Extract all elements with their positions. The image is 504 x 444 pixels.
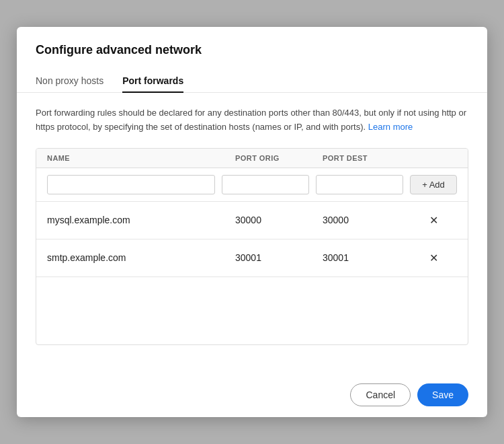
col-header-name: NAME bbox=[47, 154, 235, 162]
port-orig-input[interactable] bbox=[222, 175, 309, 194]
modal-body: Port forwarding rules should be declared… bbox=[17, 93, 487, 373]
row-1-name: mysql.example.com bbox=[47, 215, 235, 225]
modal-title: Configure advanced network bbox=[36, 43, 468, 57]
modal-dialog: Configure advanced network Non proxy hos… bbox=[17, 27, 487, 417]
add-button[interactable]: + Add bbox=[410, 175, 457, 194]
cancel-button[interactable]: Cancel bbox=[350, 383, 411, 406]
modal-header: Configure advanced network Non proxy hos… bbox=[17, 27, 487, 93]
table-row: mysql.example.com 30000 30000 ✕ bbox=[36, 202, 468, 239]
table-header: NAME PORT ORIG PORT DEST bbox=[36, 149, 468, 168]
tab-non-proxy-hosts[interactable]: Non proxy hosts bbox=[36, 70, 103, 93]
name-input[interactable] bbox=[47, 175, 215, 194]
port-dest-input[interactable] bbox=[316, 175, 403, 194]
modal-overlay: Configure advanced network Non proxy hos… bbox=[0, 0, 504, 444]
port-forwards-table: NAME PORT ORIG PORT DEST + Add mysql.exa… bbox=[36, 148, 468, 345]
col-header-port-dest: PORT DEST bbox=[323, 154, 410, 162]
table-row: smtp.example.com 30001 30001 ✕ bbox=[36, 239, 468, 277]
add-row: + Add bbox=[36, 168, 468, 202]
tab-port-forwards[interactable]: Port forwards bbox=[122, 70, 183, 93]
row-1-port-dest: 30000 bbox=[323, 215, 410, 225]
row-2-port-orig: 30001 bbox=[235, 252, 323, 263]
save-button[interactable]: Save bbox=[417, 383, 468, 406]
row-2-port-dest: 30001 bbox=[323, 252, 410, 263]
col-header-port-orig: PORT ORIG bbox=[235, 154, 323, 162]
row-1-delete-button[interactable]: ✕ bbox=[410, 211, 457, 229]
row-2-delete-button[interactable]: ✕ bbox=[410, 249, 457, 267]
row-1-port-orig: 30000 bbox=[235, 215, 323, 225]
col-header-actions bbox=[410, 154, 457, 162]
tabs-container: Non proxy hosts Port forwards bbox=[36, 69, 468, 92]
row-2-name: smtp.example.com bbox=[47, 252, 235, 263]
table-spacer bbox=[36, 277, 468, 344]
learn-more-link[interactable]: Learn more bbox=[368, 122, 413, 132]
description-text: Port forwarding rules should be declared… bbox=[36, 106, 468, 135]
modal-footer: Cancel Save bbox=[17, 373, 487, 417]
